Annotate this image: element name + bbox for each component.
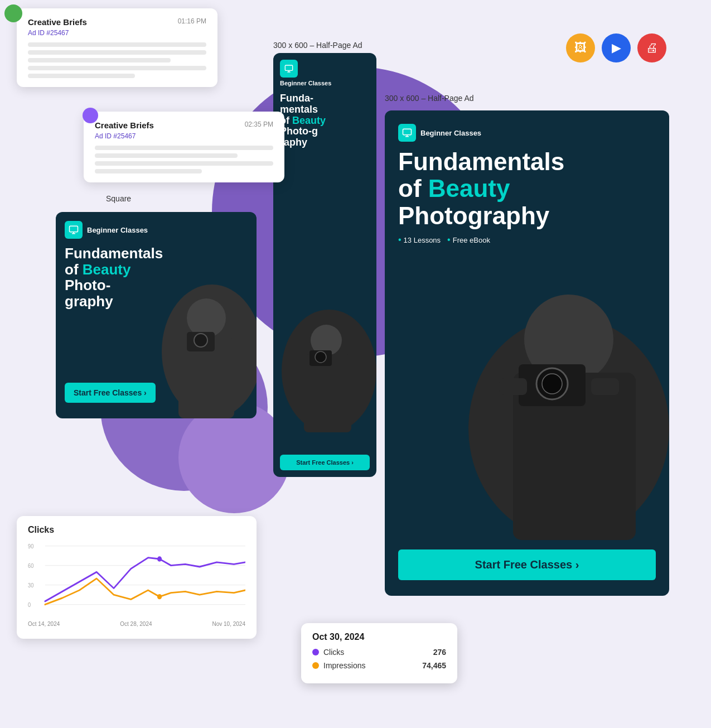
brief-card-1: Creative Briefs 01:16 PM Ad ID #25467 <box>17 8 217 87</box>
svg-text:90: 90 <box>28 543 34 550</box>
brief-card-1-adid: Ad ID #25467 <box>28 29 206 37</box>
brief-line <box>28 42 206 47</box>
brief-card-2: Creative Briefs 02:35 PM Ad ID #25467 <box>84 112 284 182</box>
square-ad-badge-icon <box>65 221 83 239</box>
halfpage-ad-1: Beginner Classes Funda- mentals of Beaut… <box>273 53 376 477</box>
print-action-button[interactable]: 🖨 <box>637 33 666 62</box>
halfpage-ad-1-cta-container: Start Free Classes › <box>280 455 370 470</box>
photographer-silhouette-square <box>145 285 257 418</box>
impressions-dot <box>312 662 319 669</box>
chart-label-2: Oct 28, 2024 <box>120 621 152 627</box>
halfpage-ad-2-badge-icon <box>398 124 416 142</box>
square-ad-badge-text: Beginner Classes <box>87 226 148 234</box>
tooltip-impressions-label: Impressions <box>312 661 365 670</box>
halfpage-ad-2-content: Beginner Classes Fundamentals of Beauty … <box>385 110 669 596</box>
halfpage-ad-2-badge-text: Beginner Classes <box>420 129 481 137</box>
svg-point-36 <box>157 594 162 599</box>
bullet-lessons: 13 Lessons <box>398 235 441 245</box>
ad-label-halfpage-2: 300 x 600 – Half-Page Ad <box>385 94 474 103</box>
clicks-chart-card: Clicks 90 60 30 0 Oct 14, 2024 Oct 28, 2… <box>17 516 257 639</box>
tooltip-date: Oct 30, 2024 <box>312 632 446 642</box>
halfpage-ad-2-bullets: 13 Lessons Free eBook <box>398 235 656 245</box>
play-icon: ▶ <box>612 41 621 55</box>
clicks-dot <box>312 649 319 655</box>
halfpage-ad-1-badge: Beginner Classes <box>280 60 370 86</box>
brief-line <box>28 74 135 78</box>
play-action-button[interactable]: ▶ <box>602 33 631 62</box>
chart-label-3: Nov 10, 2024 <box>212 621 246 627</box>
square-ad: Beginner Classes Fundamentals of Beauty … <box>56 212 257 418</box>
action-buttons: 🖼 ▶ 🖨 <box>566 33 666 62</box>
brief-line <box>95 153 238 158</box>
halfpage-ad-1-title: Funda- mentals of Beauty Photo-g raphy <box>280 93 370 148</box>
svg-rect-26 <box>591 378 619 395</box>
tooltip-impressions-row: Impressions 74,465 <box>312 661 446 670</box>
tooltip-card: Oct 30, 2024 Clicks 276 Impressions 74,4… <box>301 623 457 683</box>
tooltip-clicks-label: Clicks <box>312 648 344 657</box>
svg-rect-0 <box>70 226 78 232</box>
brief-card-2-adid: Ad ID #25467 <box>95 132 273 140</box>
svg-text:0: 0 <box>28 602 31 609</box>
svg-rect-16 <box>403 129 412 135</box>
print-icon: 🖨 <box>646 41 658 55</box>
svg-rect-8 <box>285 65 292 70</box>
photographer-silhouette-wide <box>457 261 669 540</box>
ad-label-halfpage-1: 300 x 600 – Half-Page Ad <box>273 41 362 50</box>
svg-point-35 <box>157 556 162 561</box>
halfpage-ad-2-cta-container: Start Free Classes › <box>398 549 656 580</box>
image-action-button[interactable]: 🖼 <box>566 33 595 62</box>
brief-line <box>28 66 206 70</box>
clicks-chart-title: Clicks <box>28 525 245 535</box>
brief-line <box>95 169 202 173</box>
brief-line <box>28 50 206 55</box>
svg-point-4 <box>187 298 226 338</box>
svg-rect-25 <box>499 378 527 395</box>
halfpage-ad-2-title: Fundamentals of Beauty Photography <box>398 148 656 229</box>
square-ad-badge: Beginner Classes <box>65 221 248 239</box>
halfpage-ad-1-badge-icon <box>280 60 298 78</box>
status-dot-green <box>4 4 22 22</box>
halfpage-ad-1-content: Beginner Classes Funda- mentals of Beaut… <box>273 53 376 477</box>
square-ad-content: Beginner Classes Fundamentals of Beauty … <box>56 212 257 418</box>
image-icon: 🖼 <box>574 41 587 55</box>
tooltip-impressions-value: 74,465 <box>422 661 446 670</box>
photographer-silhouette-narrow <box>273 310 376 432</box>
svg-point-7 <box>194 334 207 347</box>
brief-card-2-time: 02:35 PM <box>245 120 273 128</box>
chart-area: 90 60 30 0 Oct 14, 2024 Oct 28, 2024 Nov… <box>28 539 245 623</box>
halfpage-ad-2-badge: Beginner Classes <box>398 124 656 142</box>
ad-label-square: Square <box>106 194 131 203</box>
tooltip-clicks-value: 276 <box>433 648 446 657</box>
chart-svg: 90 60 30 0 <box>28 539 245 618</box>
brief-line <box>28 58 171 62</box>
brief-card-1-time: 01:16 PM <box>178 17 206 25</box>
chart-label-1: Oct 14, 2024 <box>28 621 60 627</box>
halfpage-ad-2: Beginner Classes Fundamentals of Beauty … <box>385 110 669 596</box>
bullet-ebook: Free eBook <box>447 235 490 245</box>
brief-card-1-title: Creative Briefs <box>28 17 87 27</box>
svg-text:60: 60 <box>28 563 34 570</box>
svg-text:30: 30 <box>28 582 34 589</box>
chart-x-labels: Oct 14, 2024 Oct 28, 2024 Nov 10, 2024 <box>28 621 245 627</box>
brief-line <box>95 146 273 150</box>
halfpage-ad-2-cta-button[interactable]: Start Free Classes › <box>398 549 656 580</box>
halfpage-ad-1-badge-text: Beginner Classes <box>280 80 331 86</box>
tooltip-clicks-row: Clicks 276 <box>312 648 446 657</box>
svg-point-24 <box>542 374 562 394</box>
status-dot-purple <box>83 108 98 123</box>
brief-card-2-title: Creative Briefs <box>95 120 154 130</box>
square-ad-cta-container: Start Free Classes › <box>65 383 156 409</box>
square-ad-cta-button[interactable]: Start Free Classes › <box>65 383 156 403</box>
svg-point-15 <box>315 351 326 363</box>
halfpage-ad-1-cta-button[interactable]: Start Free Classes › <box>280 455 370 470</box>
brief-line <box>95 161 273 166</box>
